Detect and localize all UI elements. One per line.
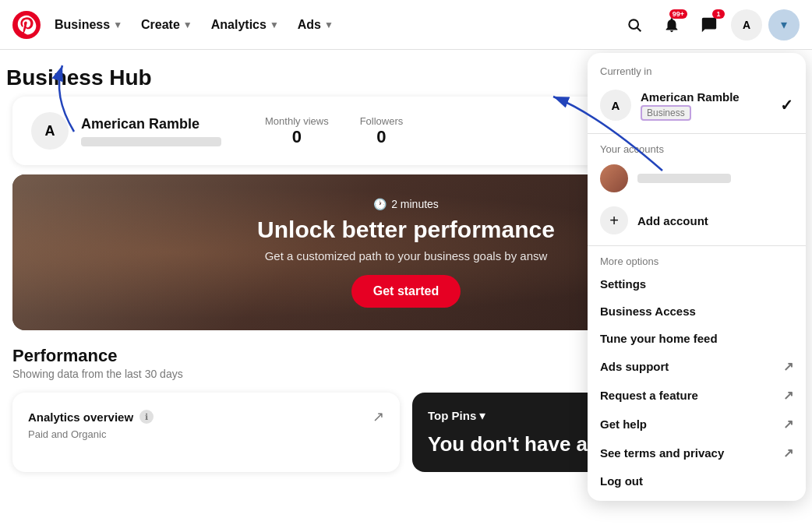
ads-support-label: Ads support — [600, 360, 669, 373]
more-options-label: More options — [588, 249, 806, 270]
logout-label: Log out — [600, 474, 643, 488]
settings-label: Settings — [600, 277, 646, 291]
divider-1 — [588, 133, 806, 134]
nav-analytics[interactable]: Analytics ▼ — [202, 12, 288, 38]
notifications-badge: 99+ — [669, 9, 687, 19]
add-account-plus-icon: + — [600, 206, 628, 234]
analytics-card-title: Analytics overview — [28, 410, 133, 424]
nav-business-label: Business — [55, 18, 110, 32]
request-feature-ext-icon: ↗ — [783, 388, 793, 403]
ads-chevron-icon: ▼ — [324, 19, 334, 30]
bell-icon — [663, 16, 680, 33]
current-account-name: American Ramble — [641, 90, 771, 104]
pinterest-logo[interactable] — [12, 11, 41, 39]
hero-content: 🕐 2 minutes Unlock better performance Ge… — [232, 198, 580, 308]
menu-item-logout[interactable]: Log out — [588, 467, 806, 495]
monthly-views-value: 0 — [265, 127, 329, 147]
business-hub-title: Business Hub — [6, 65, 152, 90]
menu-item-get-help[interactable]: Get help ↗ — [588, 410, 806, 439]
svg-point-0 — [12, 11, 41, 39]
monthly-views-stat: Monthly views 0 — [265, 115, 329, 147]
nav-analytics-label: Analytics — [211, 18, 267, 32]
request-feature-label: Request a feature — [600, 389, 698, 402]
analytics-chevron-icon: ▼ — [270, 19, 279, 30]
divider-2 — [588, 245, 806, 246]
menu-item-tune-home[interactable]: Tune your home feed — [588, 325, 806, 352]
search-icon — [627, 17, 642, 33]
svg-line-2 — [637, 27, 641, 31]
ads-support-ext-icon: ↗ — [783, 359, 793, 374]
hero-title: Unlock better performance — [257, 217, 555, 243]
user-avatar-button[interactable]: A — [731, 9, 762, 41]
menu-item-business-access[interactable]: Business Access — [588, 298, 806, 325]
tune-home-label: Tune your home feed — [600, 332, 718, 345]
get-help-ext-icon: ↗ — [783, 417, 793, 432]
other-account-name-placeholder — [637, 174, 731, 183]
header: Business ▼ Create ▼ Analytics ▼ Ads ▼ 99… — [0, 0, 812, 50]
other-account-avatar — [600, 164, 628, 192]
other-account-row[interactable] — [588, 158, 806, 199]
nav-business[interactable]: Business ▼ — [45, 12, 132, 38]
caret-down-icon: ▾ — [781, 17, 787, 32]
top-pins-chevron-icon: ▾ — [479, 408, 485, 423]
currently-in-label: Currently in — [588, 65, 806, 83]
get-help-label: Get help — [600, 417, 647, 431]
nav-ads-label: Ads — [298, 18, 321, 32]
nav-ads[interactable]: Ads ▼ — [288, 12, 343, 38]
business-chevron-icon: ▼ — [113, 19, 122, 30]
chat-icon — [701, 16, 718, 33]
nav-create-label: Create — [141, 18, 180, 32]
analytics-card-subtitle: Paid and Organic — [28, 428, 384, 440]
profile-handle-placeholder — [81, 137, 221, 146]
top-pins-label: Top Pins — [428, 409, 476, 422]
notifications-button[interactable]: 99+ — [656, 9, 687, 41]
hero-cta-button[interactable]: Get started — [351, 275, 461, 308]
external-link-icon[interactable]: ↗ — [372, 408, 384, 425]
dropdown-caret-button[interactable]: ▾ — [768, 9, 800, 41]
create-chevron-icon: ▼ — [183, 19, 192, 30]
check-mark-icon: ✓ — [780, 96, 793, 115]
terms-privacy-label: See terms and privacy — [600, 446, 724, 460]
hero-timer: 🕐 2 minutes — [257, 198, 555, 210]
avatar-initials: A — [743, 19, 750, 31]
analytics-overview-card: Analytics overview ℹ ↗ Paid and Organic — [12, 393, 400, 472]
followers-stat: Followers 0 — [360, 115, 404, 147]
current-account-avatar: A — [600, 90, 631, 121]
profile-info: American Ramble — [81, 116, 221, 146]
menu-item-terms-privacy[interactable]: See terms and privacy ↗ — [588, 439, 806, 467]
add-account-row[interactable]: + Add account — [588, 199, 806, 242]
current-account-type: Business — [641, 105, 691, 121]
page-content: Business Hub A American Ramble Monthly v… — [0, 50, 812, 532]
add-account-label: Add account — [637, 214, 708, 227]
search-button[interactable] — [619, 9, 650, 41]
your-accounts-label: Your accounts — [588, 140, 806, 158]
svg-point-1 — [629, 19, 638, 29]
terms-privacy-ext-icon: ↗ — [783, 446, 793, 460]
monthly-views-label: Monthly views — [265, 115, 329, 127]
menu-item-settings[interactable]: Settings — [588, 270, 806, 298]
info-icon: ℹ — [139, 410, 154, 424]
header-right: 99+ 1 A ▾ — [619, 9, 800, 41]
followers-label: Followers — [360, 115, 404, 127]
current-account-info: American Ramble Business — [641, 90, 771, 121]
menu-item-ads-support[interactable]: Ads support ↗ — [588, 352, 806, 381]
menu-item-request-feature[interactable]: Request a feature ↗ — [588, 381, 806, 410]
business-access-label: Business Access — [600, 305, 696, 318]
clock-icon: 🕐 — [373, 198, 387, 210]
messages-button[interactable]: 1 — [694, 9, 725, 41]
profile-name: American Ramble — [81, 116, 221, 132]
hero-timer-text: 2 minutes — [391, 198, 439, 210]
followers-value: 0 — [360, 127, 404, 147]
hero-subtitle: Get a customized path to your business g… — [257, 249, 555, 262]
nav-create[interactable]: Create ▼ — [132, 12, 202, 38]
profile-avatar: A — [31, 112, 69, 150]
current-account-row[interactable]: A American Ramble Business ✓ — [588, 83, 806, 127]
messages-badge: 1 — [712, 9, 725, 19]
dropdown-menu: Currently in A American Ramble Business … — [588, 53, 806, 501]
